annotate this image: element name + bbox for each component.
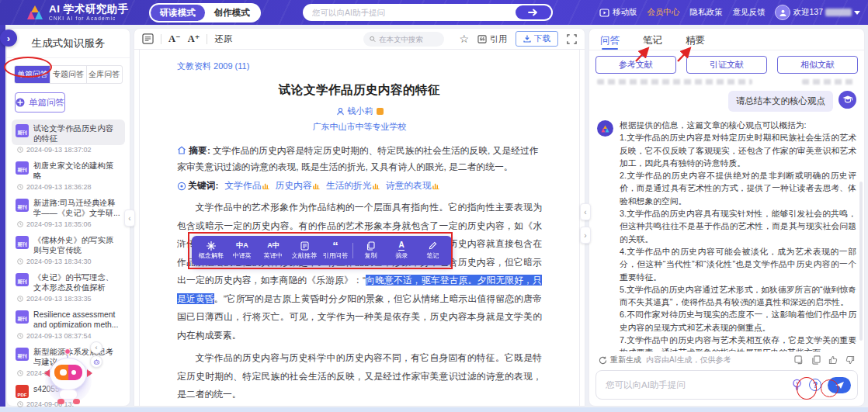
translate-en-to-cn-button[interactable]: A中 英译中 (258, 241, 289, 261)
item-date: 2024-09-13 18:37:02 (12, 145, 125, 157)
mobile-version-link[interactable]: 移动版 (599, 7, 637, 18)
ai-answer-text: 根据提供的信息，这篇文章的核心观点可以概括为: 1.文学作品的历史内容是对特定历… (620, 119, 856, 351)
sidebar-collapse-handle[interactable]: ‹ (124, 209, 135, 227)
tab-essence[interactable]: 精要 (686, 34, 705, 50)
chart-icon (262, 182, 269, 189)
topbar-send-button[interactable] (516, 5, 551, 19)
app-subtitle: CNKI AI for Academic (49, 16, 129, 21)
fullscreen-icon[interactable] (567, 34, 577, 44)
copy-button[interactable]: 复制 (355, 241, 386, 261)
sidebar-toggle-button[interactable]: › (0, 29, 17, 47)
answer-footer: 重新生成 内容由AI生成，仅供参考 (589, 351, 864, 367)
font-larger-button[interactable]: A⁺ (188, 33, 200, 45)
references-button[interactable]: 参考文献 (595, 56, 676, 74)
list-item[interactable]: 期刊 初唐史家文论的建构策略 (12, 157, 125, 182)
journal-source-link[interactable]: 文教资料 2009 (11) (177, 61, 542, 72)
similar-docs-button[interactable]: 相似文献 (777, 56, 858, 74)
favorite-star-icon[interactable]: ☆ (459, 33, 469, 45)
journal-badge-icon: 期刊 (16, 236, 29, 249)
topbar-search-input[interactable] (303, 8, 516, 17)
author-row: 钱小莉 (177, 106, 542, 117)
save-to-note-icon[interactable] (794, 355, 804, 365)
panel-collapse-right-handle[interactable]: › (580, 227, 591, 244)
excerpt-button[interactable]: A 摘录 (386, 241, 417, 261)
journal-badge-icon: 期刊 (16, 310, 29, 324)
user-question-bubble: 请总结本文的核心观点 (728, 91, 833, 112)
help-question-icon[interactable]: ? (809, 379, 821, 391)
keyword-link[interactable]: 诗意的表现 (386, 178, 439, 194)
copy-answer-icon[interactable] (811, 355, 821, 365)
font-smaller-button[interactable]: A⁻ (168, 33, 181, 45)
chevron-down-icon (854, 11, 860, 15)
author-icon (336, 107, 345, 116)
keyword-link[interactable]: 文学作品 (224, 178, 269, 194)
clock-icon (17, 147, 23, 153)
regenerate-button[interactable]: 重新生成 (599, 355, 641, 365)
list-item[interactable]: 期刊 Resilience assessment and optimizatio… (12, 306, 125, 331)
list-item[interactable]: PDF s42055-0 (12, 380, 125, 400)
tab-notes[interactable]: 笔记 (643, 34, 662, 50)
user-menu[interactable]: 欢迎137 (775, 5, 860, 20)
clock-icon (17, 184, 23, 190)
keyword-link[interactable]: 历史内容 (276, 178, 320, 194)
restore-button[interactable]: 还原 (214, 33, 232, 45)
text-selection-toolbar: 概念解释 中A 中译英 A中 英译中 文献推荐 “ 引用问答 复制 A 摘录 (192, 236, 452, 265)
outline-view-icon[interactable] (142, 33, 154, 44)
member-center-link[interactable]: 会员中心 (647, 7, 679, 18)
thumbs-down-icon[interactable] (845, 355, 855, 365)
user-grad-avatar (838, 91, 856, 109)
item-date: 2024-09-13 08:37:54 (12, 331, 125, 343)
author-badge-icon (377, 108, 384, 115)
prompt-ideas-bulb-icon[interactable] (791, 379, 803, 392)
sidebar-tabs: 单篇问答 专题问答 全库问答 (14, 65, 123, 84)
citations-button[interactable]: 引证文献 (686, 56, 767, 74)
list-item[interactable]: 期刊 试论文学作品历史内容的特征 (12, 119, 125, 145)
robot-icon (93, 358, 100, 365)
tab-library-qa[interactable]: 全库问答 (87, 66, 122, 83)
cite-button[interactable]: 引用 (477, 33, 507, 45)
list-item[interactable]: 期刊 《史记》的书写理念、文本形态及价值探析 (12, 268, 125, 294)
paragraph: 文学作品中的艺术形象作为作品结构的一个层面具有指向性。它的指向性主要表现为包含或… (177, 199, 542, 344)
affiliation[interactable]: 广东中山市中等专业学校 (177, 121, 542, 133)
assistant-question-input[interactable] (606, 380, 785, 389)
clock-icon (17, 296, 23, 302)
message-area: 请总结本文的核心观点 根据提供的信息，这 (589, 85, 864, 351)
concept-explain-button[interactable]: 概念解释 (196, 241, 227, 261)
cite-icon (477, 35, 487, 43)
literature-recommend-button[interactable]: 文献推荐 (289, 241, 320, 261)
document-title: 试论文学作品历史内容的特征 (177, 82, 542, 99)
assistant-panel: 问答 笔记 精要 参考文献 引证文献 相似文献 请总结本文的核心观点 (589, 28, 865, 407)
pencil-icon (429, 241, 437, 250)
tab-single-doc-qa[interactable]: 单篇问答 (15, 66, 50, 83)
translate-cn-to-en-button[interactable]: 中A 中译英 (227, 241, 258, 261)
tab-topic-qa[interactable]: 专题问答 (50, 66, 86, 83)
panel-collapse-left-handle[interactable]: ‹ (580, 203, 591, 220)
new-single-qa-button[interactable]: 单篇问答 (15, 92, 65, 113)
author-name[interactable]: 钱小莉 (348, 106, 373, 117)
privacy-policy-link[interactable]: 隐私政策 (689, 7, 722, 18)
panel-scrollbar[interactable] (859, 182, 863, 341)
tab-create-mode[interactable]: 创作模式 (205, 5, 259, 21)
feedback-link[interactable]: 意见反馈 (732, 7, 765, 18)
in-document-search-input[interactable] (379, 35, 438, 43)
journal-badge-icon: 期刊 (16, 348, 29, 361)
keywords-row: 关键词: 文学作品 历史内容 生活的折光 诗意的表现 (177, 178, 542, 194)
note-button[interactable]: 笔记 (417, 241, 448, 261)
keyword-link[interactable]: 生活的折光 (326, 178, 380, 194)
left-edge-strip (0, 25, 5, 407)
list-item[interactable]: 期刊 《儒林外史》的写实原则与史官传统 (12, 231, 125, 257)
thumbs-up-icon[interactable] (828, 355, 838, 365)
assistant-send-button[interactable] (828, 377, 851, 393)
list-item[interactable]: 期刊 新进路:司马迁经典诠释学——《史记》文学研... (12, 194, 125, 220)
ai-message: 根据提供的信息，这篇文章的核心观点可以概括为: 1.文学作品的历史内容是对特定历… (597, 119, 856, 351)
assistant-shortcut-button[interactable] (90, 355, 102, 368)
download-button[interactable]: 下载 (516, 31, 558, 47)
masked-phone (825, 9, 852, 16)
tab-qa[interactable]: 问答 (600, 34, 620, 50)
ai-avatar (597, 120, 613, 137)
citation-qa-button[interactable]: “ 引用问答 (320, 241, 351, 261)
tab-read-mode[interactable]: 研读模式 (151, 5, 205, 21)
graduation-cap-icon (842, 95, 853, 104)
mascot-collapse-button[interactable]: ‹ (90, 341, 102, 354)
list-item[interactable]: 期刊 新型能源体系发展思考与建议 (12, 343, 125, 369)
